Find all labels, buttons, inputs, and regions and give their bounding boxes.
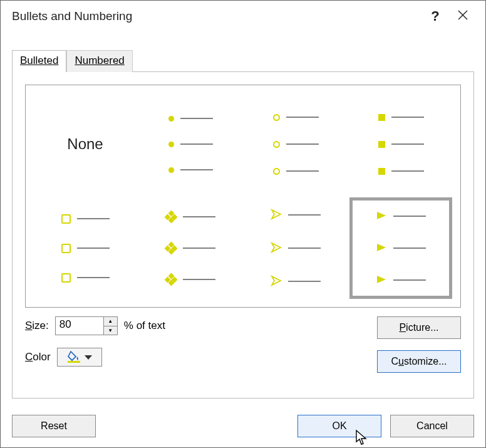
- picture-button[interactable]: Picture...: [377, 316, 461, 339]
- size-label: Size:: [25, 320, 49, 332]
- square-filled-icon: [378, 114, 385, 121]
- color-label: Color: [25, 351, 51, 363]
- tab-bar: Bulleted Numbered: [12, 49, 474, 71]
- customize-button[interactable]: Customize...: [377, 350, 461, 373]
- reset-button[interactable]: Reset: [12, 415, 96, 437]
- paint-bucket-icon: [67, 350, 81, 365]
- size-value[interactable]: 80: [56, 317, 103, 335]
- footer: Reset OK Cancel: [1, 407, 485, 447]
- tab-bulleted[interactable]: Bulleted: [12, 50, 66, 72]
- left-controls: Size: 80 ▲ ▼ % of text Color: [25, 316, 165, 367]
- dialog-title: Bullets and Numbering: [12, 9, 421, 23]
- none-label: None: [67, 135, 103, 153]
- ok-button[interactable]: OK: [297, 415, 381, 437]
- tab-numbered[interactable]: Numbered: [66, 50, 132, 72]
- content-area: Bulleted Numbered None: [1, 32, 485, 407]
- size-spin-up[interactable]: ▲: [104, 317, 117, 326]
- close-icon: [457, 9, 468, 21]
- tab-panel: None: [12, 71, 474, 399]
- arrow-filled-icon: [376, 211, 387, 222]
- bullet-grid: None: [34, 94, 452, 298]
- bullet-option-diamond4[interactable]: [140, 198, 241, 298]
- cancel-button[interactable]: Cancel: [390, 415, 474, 437]
- size-spin-down[interactable]: ▼: [104, 326, 117, 335]
- chevron-down-icon: [85, 355, 92, 360]
- titlebar: Bullets and Numbering ?: [1, 1, 485, 32]
- color-row: Color: [25, 348, 165, 367]
- cursor-icon: [354, 429, 368, 445]
- diamond4-icon: [165, 211, 177, 222]
- circle-icon: [273, 114, 280, 121]
- bullet-option-none[interactable]: None: [34, 94, 136, 194]
- square-outline-icon: [61, 214, 71, 224]
- size-input[interactable]: 80 ▲ ▼: [55, 316, 118, 335]
- dot-icon: [168, 116, 174, 122]
- dialog-window: Bullets and Numbering ? Bulleted Numbere…: [0, 0, 486, 448]
- size-row: Size: 80 ▲ ▼ % of text: [25, 316, 165, 335]
- bullet-option-arrow-filled[interactable]: [350, 198, 452, 298]
- controls-row: Size: 80 ▲ ▼ % of text Color: [25, 316, 461, 373]
- close-button[interactable]: [449, 3, 477, 30]
- svg-rect-2: [68, 361, 80, 363]
- right-controls: Picture... Customize...: [377, 316, 461, 373]
- bullet-option-square-outline[interactable]: [34, 198, 136, 298]
- arrow-outline-icon: [271, 209, 282, 222]
- bullet-option-dot[interactable]: [140, 94, 241, 194]
- color-dropdown[interactable]: [57, 348, 102, 367]
- size-suffix: % of text: [124, 320, 165, 332]
- size-spinner: ▲ ▼: [103, 317, 117, 335]
- bullet-option-arrow-outline[interactable]: [245, 198, 346, 298]
- bullet-option-square-filled[interactable]: [350, 94, 452, 194]
- bullet-grid-wrap: None: [25, 85, 461, 308]
- bullet-option-circle[interactable]: [245, 94, 346, 194]
- help-button[interactable]: ?: [421, 3, 449, 30]
